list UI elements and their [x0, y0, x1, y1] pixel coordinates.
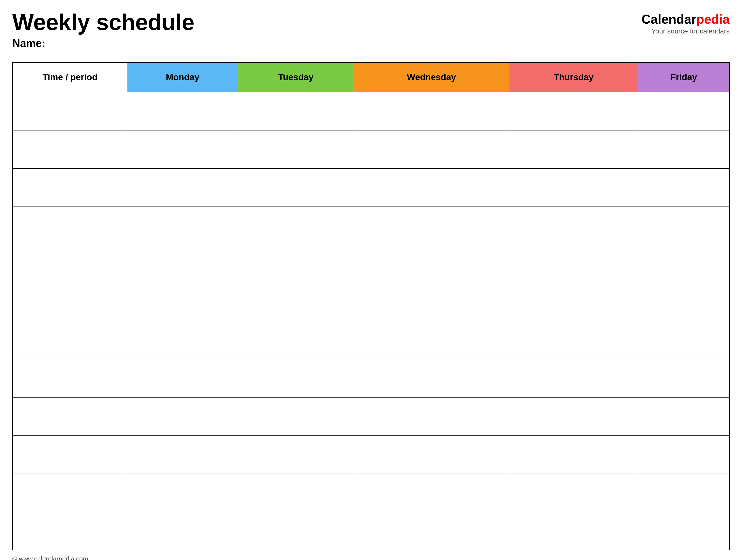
table-cell[interactable] [12, 321, 127, 359]
table-cell[interactable] [12, 512, 127, 550]
table-cell[interactable] [354, 130, 509, 168]
table-cell[interactable] [509, 321, 638, 359]
table-cell[interactable] [127, 359, 238, 397]
footer: © www.calendarpedia.com [12, 555, 730, 560]
title-section: Weekly schedule Name: [12, 10, 642, 50]
table-cell[interactable] [127, 283, 238, 321]
table-cell[interactable] [509, 207, 638, 245]
table-header-row: Time / period Monday Tuesday Wednesday T… [12, 62, 730, 92]
table-cell[interactable] [238, 473, 354, 512]
table-cell[interactable] [12, 207, 127, 245]
table-cell[interactable] [638, 512, 730, 550]
logo-tagline: Your source for calendars [642, 27, 730, 35]
table-cell[interactable] [238, 321, 354, 359]
header-thursday: Thursday [509, 62, 638, 92]
table-cell[interactable] [638, 207, 730, 245]
table-cell[interactable] [127, 92, 238, 130]
table-cell[interactable] [638, 473, 730, 512]
table-cell[interactable] [127, 436, 238, 473]
table-cell[interactable] [638, 283, 730, 321]
table-cell[interactable] [638, 168, 730, 207]
table-cell[interactable] [12, 397, 127, 436]
table-cell[interactable] [12, 168, 127, 207]
table-cell[interactable] [12, 245, 127, 283]
table-cell[interactable] [238, 207, 354, 245]
table-cell[interactable] [509, 92, 638, 130]
table-cell[interactable] [12, 359, 127, 397]
table-row [12, 92, 730, 130]
footer-url: © www.calendarpedia.com [12, 555, 88, 560]
table-cell[interactable] [238, 245, 354, 283]
page-header: Weekly schedule Name: Calendarpedia Your… [12, 10, 730, 50]
table-cell[interactable] [638, 130, 730, 168]
table-row [12, 436, 730, 473]
table-cell[interactable] [238, 92, 354, 130]
table-row [12, 283, 730, 321]
table-cell[interactable] [638, 245, 730, 283]
table-cell[interactable] [354, 245, 509, 283]
table-cell[interactable] [354, 283, 509, 321]
table-cell[interactable] [638, 436, 730, 473]
table-row [12, 397, 730, 436]
table-cell[interactable] [127, 512, 238, 550]
logo-pedia: pedia [696, 12, 730, 26]
table-cell[interactable] [12, 436, 127, 473]
table-cell[interactable] [238, 283, 354, 321]
table-row [12, 512, 730, 550]
table-cell[interactable] [509, 397, 638, 436]
table-cell[interactable] [354, 512, 509, 550]
table-cell[interactable] [127, 168, 238, 207]
table-cell[interactable] [638, 321, 730, 359]
header-wednesday: Wednesday [354, 62, 509, 92]
table-cell[interactable] [238, 168, 354, 207]
table-cell[interactable] [127, 321, 238, 359]
table-cell[interactable] [12, 283, 127, 321]
table-cell[interactable] [638, 92, 730, 130]
table-cell[interactable] [354, 168, 509, 207]
table-cell[interactable] [354, 397, 509, 436]
table-row [12, 130, 730, 168]
table-cell[interactable] [238, 512, 354, 550]
table-cell[interactable] [12, 473, 127, 512]
table-cell[interactable] [12, 92, 127, 130]
table-row [12, 359, 730, 397]
table-row [12, 473, 730, 512]
header-monday: Monday [127, 62, 238, 92]
table-cell[interactable] [354, 473, 509, 512]
table-cell[interactable] [127, 207, 238, 245]
table-cell[interactable] [127, 130, 238, 168]
header-time: Time / period [12, 62, 127, 92]
page-title: Weekly schedule [12, 10, 642, 35]
table-cell[interactable] [509, 283, 638, 321]
table-row [12, 245, 730, 283]
table-cell[interactable] [354, 359, 509, 397]
table-cell[interactable] [354, 321, 509, 359]
table-cell[interactable] [509, 130, 638, 168]
table-cell[interactable] [127, 245, 238, 283]
table-cell[interactable] [354, 436, 509, 473]
table-cell[interactable] [354, 92, 509, 130]
table-cell[interactable] [354, 207, 509, 245]
table-row [12, 168, 730, 207]
table-cell[interactable] [638, 397, 730, 436]
table-cell[interactable] [509, 512, 638, 550]
header-tuesday: Tuesday [238, 62, 354, 92]
table-cell[interactable] [238, 397, 354, 436]
name-label: Name: [12, 37, 642, 50]
schedule-table: Time / period Monday Tuesday Wednesday T… [12, 62, 730, 550]
table-cell[interactable] [509, 359, 638, 397]
table-cell[interactable] [509, 473, 638, 512]
table-cell[interactable] [509, 245, 638, 283]
table-cell[interactable] [638, 359, 730, 397]
table-cell[interactable] [509, 168, 638, 207]
header-divider [12, 57, 730, 57]
table-cell[interactable] [238, 359, 354, 397]
header-friday: Friday [638, 62, 730, 92]
table-cell[interactable] [509, 436, 638, 473]
table-cell[interactable] [127, 397, 238, 436]
table-cell[interactable] [127, 473, 238, 512]
logo-section: Calendarpedia Your source for calendars [642, 12, 730, 35]
table-cell[interactable] [12, 130, 127, 168]
table-cell[interactable] [238, 436, 354, 473]
table-cell[interactable] [238, 130, 354, 168]
